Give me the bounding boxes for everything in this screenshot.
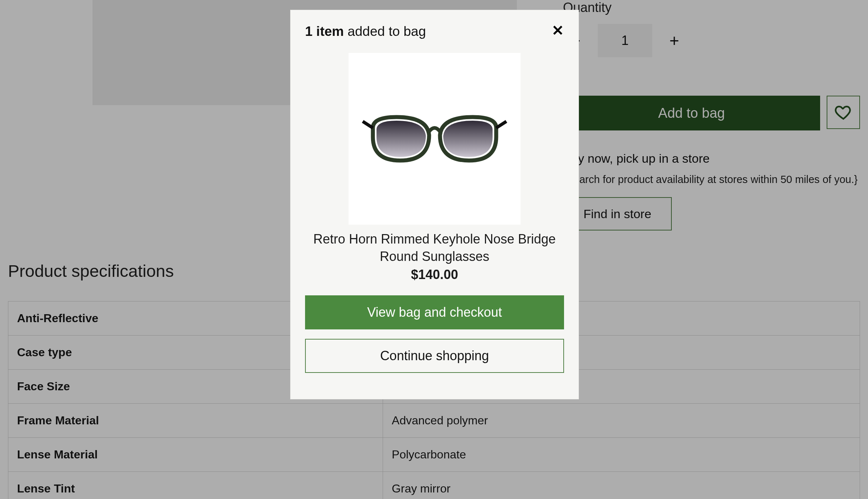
sunglasses-icon [358, 103, 511, 175]
continue-shopping-button[interactable]: Continue shopping [305, 339, 564, 373]
added-to-bag-modal: 1 item added to bag ✕ Ret [290, 10, 579, 399]
modal-product-image [349, 53, 521, 225]
view-bag-checkout-button[interactable]: View bag and checkout [305, 295, 564, 329]
close-icon: ✕ [552, 22, 564, 38]
close-button[interactable]: ✕ [552, 23, 564, 38]
modal-item-count: 1 item [305, 24, 344, 39]
modal-heading: 1 item added to bag [305, 24, 426, 39]
modal-heading-suffix: added to bag [344, 24, 426, 39]
modal-product-price: $140.00 [305, 267, 564, 282]
modal-product-name: Retro Horn Rimmed Keyhole Nose Bridge Ro… [305, 230, 564, 265]
